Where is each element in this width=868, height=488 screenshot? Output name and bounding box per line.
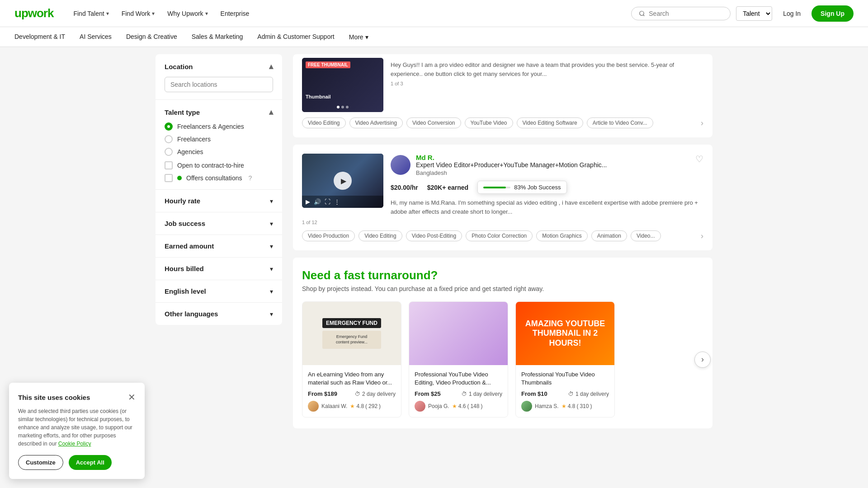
thumb-subtitle: Thumbnail <box>306 94 380 99</box>
earned-stat: $20K+ earned <box>427 184 468 191</box>
checkbox-contract-to-hire[interactable]: Open to contract-to-hire <box>165 161 273 169</box>
nav-admin-support[interactable]: Admin & Customer Support <box>257 31 334 43</box>
nav-links: Find Talent ▾ Find Work ▾ Why Upwork ▾ E… <box>68 6 631 21</box>
svg-line-1 <box>643 14 645 16</box>
tag-video-conversion[interactable]: Video Conversion <box>406 117 461 128</box>
english-level-label: English level <box>165 287 206 295</box>
card-top-section: ▶ ▶ 🔊 ⛶ ⋮ Md R. Exper <box>302 154 703 216</box>
nav-development-it[interactable]: Development & IT <box>14 31 65 43</box>
clock-icon-1: ⏱ <box>355 391 360 397</box>
radio-freelancers[interactable]: Freelancers <box>165 135 273 143</box>
radio-agencies[interactable]: Agencies <box>165 148 273 156</box>
nav-sales-marketing[interactable]: Sales & Marketing <box>192 31 243 43</box>
location-search-input[interactable] <box>165 77 273 92</box>
dot-1 <box>337 106 340 108</box>
global-search-bar[interactable] <box>631 7 731 20</box>
play-button[interactable]: ▶ <box>334 172 352 190</box>
tag-animation[interactable]: Animation <box>591 230 627 241</box>
more-ctrl-icon[interactable]: ⋮ <box>334 198 340 205</box>
tag-motion-graphics[interactable]: Motion Graphics <box>536 230 587 241</box>
filter-job-success-header[interactable]: Job success ▾ <box>165 220 273 227</box>
filter-location-header[interactable]: Location ▴ <box>165 61 273 71</box>
filter-english-level-header[interactable]: English level ▾ <box>165 287 273 295</box>
contract-hire-checkbox <box>165 161 173 169</box>
nav-find-work[interactable]: Find Work ▾ <box>116 6 160 21</box>
radio-freelancers-agencies-label: Freelancers & Agencies <box>177 123 244 130</box>
fullscreen-ctrl-icon[interactable]: ⛶ <box>325 198 330 205</box>
freelancer-country: Bangladesh <box>416 169 607 176</box>
project-3-seller: Hamza S. ★ 4.8 (310) <box>521 401 609 412</box>
save-freelancer-button[interactable]: ♡ <box>695 154 703 164</box>
tags-more-arrow[interactable]: › <box>701 118 703 128</box>
earned-amount-chevron-down-icon: ▾ <box>270 243 273 250</box>
volume-ctrl-icon[interactable]: 🔊 <box>314 198 321 205</box>
project-1-review-count: ( <box>365 403 367 409</box>
radio-freelancers-agencies-indicator <box>165 122 173 131</box>
signup-button[interactable]: Sign Up <box>811 5 854 22</box>
filter-hours-billed: Hours billed ▾ <box>156 258 282 280</box>
cookie-policy-link[interactable]: Cookie Policy <box>58 441 91 443</box>
tag-video-editing-1[interactable]: Video Editing <box>302 117 346 128</box>
talent-type-checkboxes: Open to contract-to-hire Offers consulta… <box>165 161 273 182</box>
freelancer-name[interactable]: Md R. <box>416 154 607 161</box>
project-card-2[interactable]: Professional YouTube Video Editing, Vide… <box>409 301 508 418</box>
talent-type-select[interactable]: Talent <box>736 6 772 21</box>
nav-enterprise[interactable]: Enterprise <box>215 6 255 21</box>
tags-more-arrow-md-r[interactable]: › <box>701 231 703 241</box>
freelancer-avatar-md-r <box>391 155 410 175</box>
filter-english-level: English level ▾ <box>156 280 282 303</box>
tag-video-editing-software[interactable]: Video Editing Software <box>517 117 583 128</box>
partial-tags-row: Video Editing Video Advertising Video Co… <box>302 117 703 128</box>
tag-video-editing-2[interactable]: Video Editing <box>359 230 402 241</box>
upwork-logo[interactable]: upwork <box>14 6 53 20</box>
project-3-price: From $10 <box>521 390 547 397</box>
tag-photo-color-correction[interactable]: Photo Color Correction <box>466 230 533 241</box>
project-1-seller: Kalaani W. ★ 4.8 (292) <box>308 401 396 412</box>
filter-hours-billed-header[interactable]: Hours billed ▾ <box>165 265 273 272</box>
search-input[interactable] <box>649 10 723 17</box>
free-thumbnail-label: FREE THUMBNAIL <box>306 61 350 68</box>
tag-youtube-video[interactable]: YouTube Video <box>465 117 513 128</box>
next-projects-button[interactable]: › <box>694 352 711 368</box>
filter-talent-type-header[interactable]: Talent type ▴ <box>165 107 273 117</box>
tag-video-production[interactable]: Video Production <box>302 230 355 241</box>
filter-location: Location ▴ <box>156 54 282 100</box>
seller-name-2: Pooja G. <box>428 403 449 409</box>
seller-name-3: Hamza S. <box>535 403 559 409</box>
project-card-3[interactable]: AMAZING YOUTUBE THUMBNAIL IN 2 HOURS! Pr… <box>515 301 615 418</box>
tag-video-more[interactable]: Video... <box>631 230 660 241</box>
filter-other-languages-header[interactable]: Other languages ▾ <box>165 310 273 318</box>
nav-design-creative[interactable]: Design & Creative <box>126 31 177 43</box>
project-card-1-image: EMERGENCY FUND Emergency Fundcontent pre… <box>302 302 401 365</box>
star-icon-3: ★ <box>561 403 566 409</box>
seller-avatar-1 <box>308 401 319 412</box>
nav-why-upwork[interactable]: Why Upwork ▾ <box>162 6 213 21</box>
project-card-1[interactable]: EMERGENCY FUND Emergency Fundcontent pre… <box>302 301 401 418</box>
filter-hourly-rate-header[interactable]: Hourly rate ▾ <box>165 197 273 205</box>
filter-job-success: Job success ▾ <box>156 212 282 235</box>
close-cookie-button[interactable]: ✕ <box>128 392 136 403</box>
nav-more[interactable]: More ▾ <box>349 33 368 41</box>
hours-billed-label: Hours billed <box>165 265 204 272</box>
filter-earned-amount-header[interactable]: Earned amount ▾ <box>165 242 273 250</box>
play-ctrl-icon[interactable]: ▶ <box>306 198 310 205</box>
tag-video-post-editing[interactable]: Video Post-Editing <box>406 230 462 241</box>
login-button[interactable]: Log In <box>778 6 806 21</box>
project-3-image-text: AMAZING YOUTUBE THUMBNAIL IN 2 HOURS! <box>516 315 614 352</box>
checkbox-offers-consultations[interactable]: Offers consultations ? <box>165 174 273 182</box>
project-2-seller: Pooja G. ★ 4.6 (148) <box>415 401 502 412</box>
nav-find-talent[interactable]: Find Talent ▾ <box>68 6 114 21</box>
tag-video-advertising[interactable]: Video Advertising <box>349 117 403 128</box>
nav-ai-services[interactable]: AI Services <box>80 31 112 43</box>
radio-freelancers-agencies[interactable]: Freelancers & Agencies <box>165 122 273 131</box>
filter-talent-type: Talent type ▴ Freelancers & Agencies Fre… <box>156 100 282 190</box>
job-success-progress-bar <box>483 187 510 188</box>
filter-talent-type-label: Talent type <box>165 108 200 116</box>
seller-name-1: Kalaani W. <box>321 403 347 409</box>
search-icon <box>639 10 645 17</box>
consultations-info-icon[interactable]: ? <box>248 174 252 182</box>
tag-article-to-video[interactable]: Article to Video Conv... <box>587 117 653 128</box>
project-cards-container: EMERGENCY FUND Emergency Fundcontent pre… <box>302 301 703 418</box>
video-controls: ▶ 🔊 ⛶ ⋮ <box>302 196 383 208</box>
project-3-title: Professional YouTube Video Thumbnails <box>521 371 609 387</box>
